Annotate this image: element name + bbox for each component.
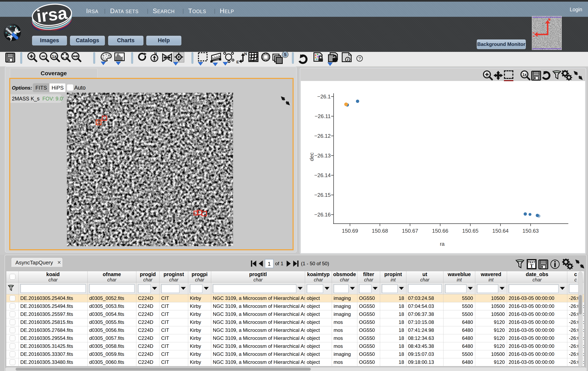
- svg-text:dec: dec: [309, 153, 315, 161]
- svg-text:−26.14: −26.14: [314, 172, 331, 178]
- svg-text:150.67: 150.67: [402, 228, 418, 234]
- svg-text:1x: 1x: [522, 72, 526, 77]
- svg-text:−26.13: −26.13: [314, 153, 331, 159]
- svg-text:−26.12: −26.12: [314, 133, 331, 139]
- svg-text:?: ?: [358, 56, 361, 61]
- svg-text:T: T: [530, 263, 533, 269]
- svg-text:i: i: [347, 57, 348, 62]
- svg-text:150.66: 150.66: [432, 228, 448, 234]
- svg-text:150.69: 150.69: [342, 228, 358, 234]
- svg-text:150.65: 150.65: [462, 228, 479, 234]
- svg-text:N: N: [154, 52, 157, 56]
- svg-text:−26.1: −26.1: [317, 93, 331, 100]
- svg-text:irsa: irsa: [35, 3, 68, 26]
- svg-text:5: 5: [284, 52, 286, 57]
- svg-text:−26.15: −26.15: [314, 192, 331, 198]
- svg-text:150.64: 150.64: [492, 228, 509, 234]
- svg-text:150.63: 150.63: [522, 228, 539, 234]
- svg-text:N: N: [244, 52, 247, 56]
- svg-text:E: E: [236, 60, 239, 64]
- svg-text:−26.11: −26.11: [315, 113, 331, 119]
- svg-text:−26.16: −26.16: [314, 212, 331, 218]
- svg-text:150.68: 150.68: [372, 228, 388, 234]
- svg-text:ra: ra: [440, 241, 445, 247]
- svg-text:1x: 1x: [52, 54, 56, 59]
